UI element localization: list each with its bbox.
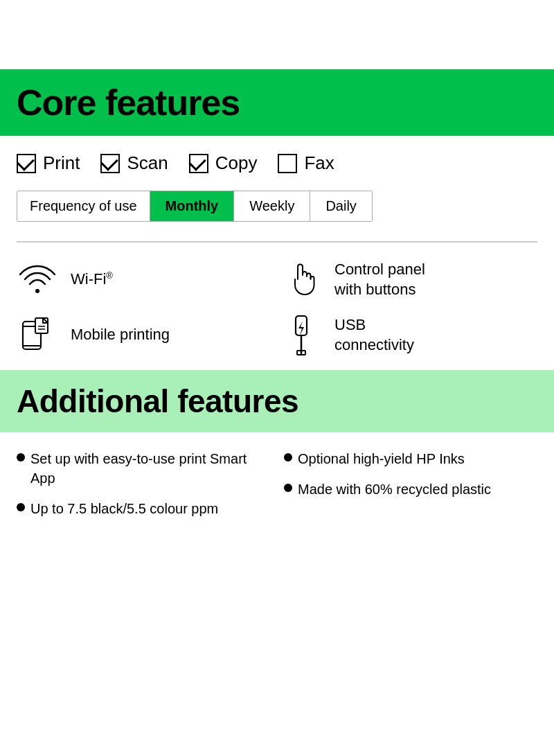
scan-label: Scan bbox=[127, 152, 168, 174]
frequency-label: Frequency of use bbox=[17, 191, 150, 221]
mobile-icon bbox=[17, 315, 58, 356]
bullet-text-1: Set up with easy-to-use print Smart App bbox=[30, 449, 270, 488]
copy-label: Copy bbox=[215, 152, 258, 174]
additional-features-header: Additional features bbox=[0, 370, 554, 432]
bullets-left-col: Set up with easy-to-use print Smart App … bbox=[17, 449, 270, 529]
bullet-dot-4 bbox=[284, 484, 292, 492]
feature-fax: Fax bbox=[278, 152, 334, 174]
frequency-monthly[interactable]: Monthly bbox=[150, 191, 235, 221]
touch-icon bbox=[280, 259, 322, 301]
frequency-daily[interactable]: Daily bbox=[310, 191, 371, 221]
bullet-text-2: Up to 7.5 black/5.5 colour ppm bbox=[30, 499, 218, 518]
bullet-recycled: Made with 60% recycled plastic bbox=[284, 480, 537, 499]
wifi-label: Wi-Fi® bbox=[71, 270, 113, 290]
frequency-row: Frequency of use Monthly Weekly Daily bbox=[17, 191, 373, 222]
bullet-dot-1 bbox=[17, 453, 25, 461]
bullet-dot-2 bbox=[17, 503, 25, 511]
control-panel-label: Control panelwith buttons bbox=[334, 260, 425, 299]
bullet-dot-3 bbox=[284, 453, 292, 461]
bullets-right-col: Optional high-yield HP Inks Made with 60… bbox=[284, 449, 537, 529]
copy-checkbox[interactable] bbox=[189, 154, 208, 173]
additional-features-body: Set up with easy-to-use print Smart App … bbox=[0, 432, 554, 546]
fax-checkbox[interactable] bbox=[278, 154, 297, 173]
touch-item: Control panelwith buttons bbox=[280, 259, 537, 301]
print-checkbox[interactable] bbox=[17, 154, 36, 173]
mobile-item: Mobile printing bbox=[17, 315, 274, 356]
usb-icon bbox=[280, 315, 322, 356]
svg-point-0 bbox=[35, 289, 39, 293]
connectivity-section: Wi-Fi® Control panelwith buttons bbox=[0, 243, 554, 370]
bullet-text-3: Optional high-yield HP Inks bbox=[298, 449, 465, 468]
feature-print: Print bbox=[17, 152, 80, 174]
print-label: Print bbox=[43, 152, 80, 174]
wifi-item: Wi-Fi® bbox=[17, 259, 274, 301]
features-checkboxes: Print Scan Copy Fax bbox=[17, 152, 537, 177]
bullet-ppm: Up to 7.5 black/5.5 colour ppm bbox=[17, 499, 270, 518]
wifi-icon bbox=[17, 259, 58, 301]
feature-copy: Copy bbox=[189, 152, 258, 174]
scan-checkbox[interactable] bbox=[100, 154, 120, 173]
fax-label: Fax bbox=[304, 152, 334, 174]
core-features-title: Core features bbox=[17, 82, 537, 123]
bullet-smart-app: Set up with easy-to-use print Smart App bbox=[17, 449, 270, 488]
bullet-text-4: Made with 60% recycled plastic bbox=[298, 480, 491, 499]
core-features-header: Core features bbox=[0, 69, 554, 136]
top-spacer bbox=[0, 0, 554, 69]
bullet-hp-inks: Optional high-yield HP Inks bbox=[284, 449, 537, 468]
frequency-weekly[interactable]: Weekly bbox=[234, 191, 310, 221]
usb-label: USBconnectivity bbox=[334, 315, 414, 355]
mobile-label: Mobile printing bbox=[71, 325, 170, 345]
core-features-body: Print Scan Copy Fax Frequency of use Mon… bbox=[0, 136, 554, 229]
usb-item: USBconnectivity bbox=[280, 315, 537, 356]
feature-scan: Scan bbox=[100, 152, 168, 174]
additional-features-title: Additional features bbox=[17, 383, 537, 420]
